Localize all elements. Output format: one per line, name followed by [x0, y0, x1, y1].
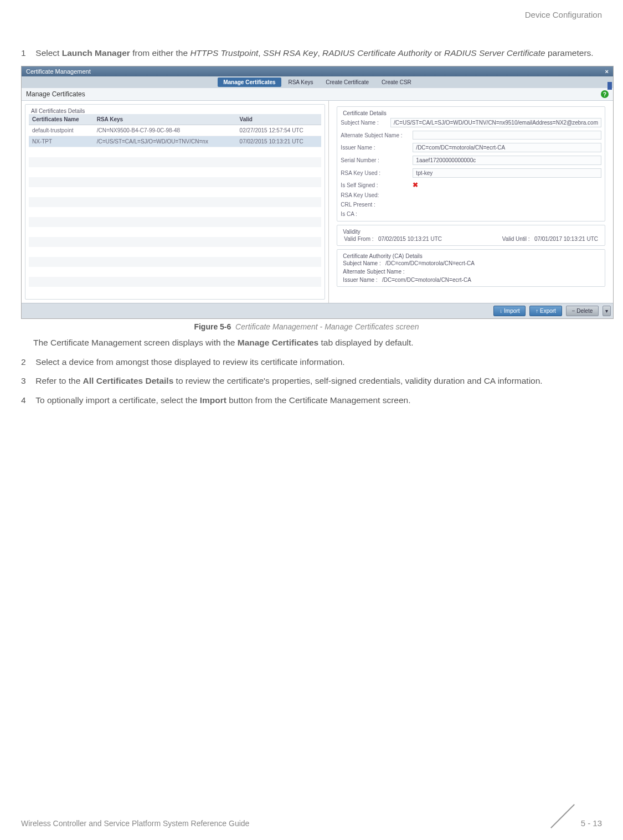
issuer-label: Issuer Name :	[341, 145, 407, 151]
text: Refer to the	[35, 376, 83, 385]
manage-certificates-label: Manage Certificates	[238, 338, 318, 347]
x-icon: ✖	[413, 181, 418, 189]
step-number: 4	[21, 394, 33, 406]
text: or	[432, 48, 444, 58]
help-icon[interactable]: ?	[601, 90, 609, 98]
window-titlebar: Certificate Management ×	[22, 66, 613, 76]
ca-issuer-label: Issuer Name :	[343, 277, 377, 283]
cell-name: default-trustpoint	[29, 125, 94, 136]
alt-subject-value	[413, 131, 601, 140]
cell-rsa: /CN=NX9500-B4-C7-99-0C-98-48	[94, 125, 236, 136]
subject-value: /C=US/ST=CA/L=SJ/O=WD/OU=TNV/CN=nx9510/e…	[390, 118, 601, 127]
step-1: 1 Select Launch Manager from either the …	[0, 47, 613, 59]
tab-bar: Manage Certificates RSA Keys Create Cert…	[22, 76, 613, 88]
step-2: 2 Select a device from amongst those dis…	[0, 356, 613, 368]
valid-from-label: Valid From :	[344, 236, 373, 242]
step-3: 3 Refer to the All Certificates Details …	[0, 375, 613, 387]
alt-subject-label: Alternate Subject Name :	[341, 132, 407, 138]
table-row[interactable]: default-trustpoint /CN=NX9500-B4-C7-99-0…	[29, 125, 321, 136]
text: ,	[258, 48, 263, 58]
step-text: Select a device from amongst those displ…	[35, 356, 611, 368]
all-certs-label: All Certificates Details	[83, 376, 174, 385]
figure-screenshot: Certificate Management × Manage Certific…	[21, 66, 614, 319]
param-ssh: SSH RSA Key	[263, 48, 318, 58]
text: parameters.	[545, 48, 594, 58]
step-number: 2	[21, 356, 33, 368]
col-valid[interactable]: Valid	[236, 114, 322, 125]
rsa-used-label: RSA Key Used:	[341, 192, 407, 198]
param-radius-server: RADIUS Server Certificate	[444, 48, 545, 58]
slash-icon	[551, 805, 574, 828]
ca-subject-value: /DC=com/DC=motorola/CN=ecrt-CA	[385, 260, 475, 266]
export-button[interactable]: ↑ Export	[529, 306, 562, 316]
isca-label: Is CA :	[341, 211, 407, 217]
text: The Certificate Management screen displa…	[33, 338, 238, 347]
serial-label: Serial Number :	[341, 157, 407, 163]
cell-name: NX-TPT	[29, 136, 94, 147]
all-certs-legend: All Certificates Details	[29, 108, 87, 114]
ca-issuer-value: /DC=com/DC=motorola/CN=ecrt-CA	[382, 277, 471, 283]
ca-alt-label: Alternate Subject Name :	[343, 269, 404, 275]
dialog-footer: ↓ Import ↑ Export − Delete ▾	[22, 303, 613, 318]
valid-until-value: 07/01/2017 10:13:21 UTC	[534, 236, 598, 242]
crl-label: CRL Present :	[341, 202, 407, 208]
cell-rsa: /C=US/ST=CA/L=SJ/O=WD/OU=TNV/CN=nx	[94, 136, 236, 147]
certificates-table[interactable]: Certificates Name RSA Keys Valid default…	[29, 114, 321, 147]
close-icon[interactable]: ×	[605, 68, 609, 75]
text: Select	[35, 48, 61, 58]
issuer-value: /DC=com/DC=motorola/CN=ecrt-CA	[413, 143, 601, 152]
cert-details-legend: Certificate Details	[341, 110, 388, 116]
step-number: 1	[21, 47, 33, 59]
step-number: 3	[21, 375, 33, 387]
ca-subject-label: Subject Name :	[343, 260, 380, 266]
table-row[interactable]: NX-TPT /C=US/ST=CA/L=SJ/O=WD/OU=TNV/CN=n…	[29, 136, 321, 147]
text: To optionally import a certificate, sele…	[35, 395, 199, 405]
text: ,	[317, 48, 322, 58]
launch-manager-label: Launch Manager	[62, 48, 130, 58]
tab-create-csr[interactable]: Create CSR	[376, 78, 417, 87]
dropdown-icon[interactable]: ▾	[603, 306, 611, 316]
cell-valid: 02/27/2015 12:57:54 UTC	[236, 125, 322, 136]
empty-rows	[29, 147, 321, 297]
tab-create-certificate[interactable]: Create Certificate	[320, 78, 374, 87]
rsakey-label: RSA Key Used :	[341, 170, 407, 176]
valid-until-label: Valid Until :	[502, 236, 530, 242]
window-title: Certificate Management	[26, 68, 91, 75]
param-radius-ca: RADIUS Certificate Authority	[322, 48, 432, 58]
param-https: HTTPS Trustpoint	[190, 48, 258, 58]
delete-button[interactable]: − Delete	[566, 306, 599, 316]
self-signed-label: Is Self Signed :	[341, 182, 407, 188]
import-label: Import	[200, 395, 226, 405]
scrollbar-indicator[interactable]	[607, 82, 612, 90]
valid-from-value: 07/02/2015 10:13:21 UTC	[378, 236, 442, 242]
col-cert-name[interactable]: Certificates Name	[29, 114, 94, 125]
figure-label: Figure 5-6	[194, 322, 231, 331]
footer-guide-title: Wireless Controller and Service Platform…	[21, 819, 249, 828]
text: tab displayed by default.	[318, 338, 413, 347]
page-number: 5 - 13	[581, 818, 602, 828]
cell-valid: 07/02/2015 10:13:21 UTC	[236, 136, 322, 147]
ca-details-legend: Certificate Authority (CA) Details	[341, 253, 424, 259]
subject-label: Subject Name :	[341, 120, 385, 126]
tab-manage-certificates[interactable]: Manage Certificates	[218, 78, 281, 87]
step-4: 4 To optionally import a certificate, se…	[0, 394, 613, 406]
rsakey-value: tpt-key	[413, 168, 601, 178]
col-rsa-keys[interactable]: RSA Keys	[94, 114, 236, 125]
post-step-text: The Certificate Management screen displa…	[0, 337, 613, 349]
panel-title: Manage Certificates	[26, 90, 85, 98]
text: button from the Certificate Management s…	[226, 395, 411, 405]
text: from either the	[130, 48, 190, 58]
tab-rsa-keys[interactable]: RSA Keys	[282, 78, 318, 87]
serial-value: 1aaef17200000000000c	[413, 156, 601, 165]
text: to review the certificate's properties, …	[173, 376, 542, 385]
validity-legend: Validity	[341, 229, 363, 235]
figure-text: Certificate Management - Manage Certific…	[235, 322, 419, 331]
section-header: Device Configuration	[525, 10, 602, 19]
import-button[interactable]: ↓ Import	[493, 306, 526, 316]
figure-caption: Figure 5-6 Certificate Management - Mana…	[0, 322, 613, 331]
